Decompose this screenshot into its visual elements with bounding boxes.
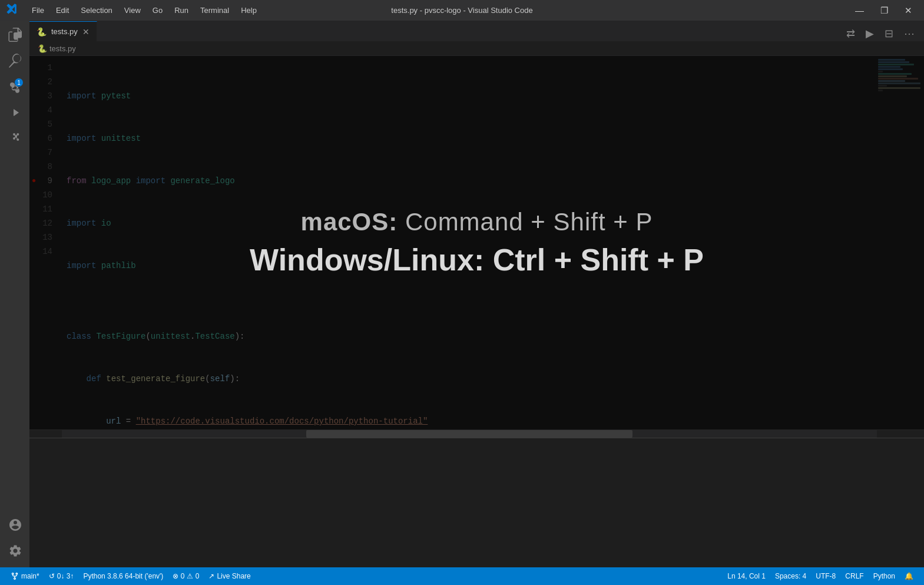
language-status[interactable]: Python	[869, 572, 900, 580]
main-layout: 1	[0, 21, 924, 567]
activity-bottom	[3, 513, 27, 567]
minimap	[877, 56, 924, 429]
code-line-5: import pathlib	[62, 259, 877, 273]
settings-icon[interactable]	[3, 539, 27, 563]
run-file-icon[interactable]: ▶	[862, 26, 877, 41]
liveshare-text: Live Share	[217, 572, 250, 580]
menu-terminal[interactable]: Terminal	[196, 5, 234, 16]
eol-status[interactable]: CRLF	[840, 572, 868, 580]
tab-close-button[interactable]: ✕	[82, 27, 90, 37]
titlebar: File Edit Selection View Go Run Terminal…	[0, 0, 924, 21]
explorer-icon[interactable]	[3, 23, 27, 47]
liveshare-status[interactable]: ↗ Live Share	[204, 567, 255, 585]
breadcrumb-filename[interactable]: tests.py	[49, 44, 76, 53]
tab-bar-actions: ⇄ ▶ ⊟ ⋯	[843, 26, 924, 41]
tab-tests-py[interactable]: 🐍 tests.py ✕	[29, 21, 97, 41]
code-editor[interactable]: 1 2 3 4 5 6 7 8 9 10 11 12 13 14 import …	[29, 56, 924, 429]
status-right: Ln 14, Col 1 Spaces: 4 UTF-8 CRLF Python…	[723, 572, 918, 580]
titlebar-title: tests.py - pvscc-logo - Visual Studio Co…	[391, 6, 532, 15]
ln-col-status[interactable]: Ln 14, Col 1	[723, 572, 770, 580]
code-line-7: class TestFigure(unittest.TestCase):	[62, 329, 877, 343]
run-debug-icon[interactable]	[3, 101, 27, 124]
editor-area: 🐍 tests.py ✕ ⇄ ▶ ⊟ ⋯ 🐍 tests.py 1 2 3 4	[29, 21, 924, 567]
eol-text: CRLF	[845, 572, 863, 580]
liveshare-icon: ↗	[208, 572, 214, 580]
compare-icon[interactable]: ⇄	[843, 26, 859, 41]
tab-bar: 🐍 tests.py ✕ ⇄ ▶ ⊟ ⋯	[29, 21, 924, 42]
branch-status[interactable]: main*	[6, 567, 44, 585]
language-text: Python	[873, 572, 895, 580]
menu-view[interactable]: View	[120, 5, 145, 16]
warnings-text: ⚠ 0	[187, 572, 199, 580]
menu-selection[interactable]: Selection	[76, 5, 117, 16]
vscode-logo-icon	[6, 3, 18, 18]
close-button[interactable]: ✕	[899, 3, 918, 18]
notification-icon: 🔔	[905, 572, 913, 580]
scrollbar-thumb[interactable]	[306, 430, 632, 438]
branch-name: main*	[21, 572, 39, 580]
activity-bar: 1	[0, 21, 29, 567]
sync-status[interactable]: ↺ 0↓ 3↑	[44, 567, 79, 585]
breadcrumb-file-icon: 🐍	[38, 44, 47, 53]
minimize-button[interactable]: —	[849, 3, 870, 18]
source-control-badge: 1	[15, 78, 23, 87]
horizontal-scrollbar[interactable]	[29, 429, 924, 438]
extensions-icon[interactable]	[3, 127, 27, 150]
maximize-button[interactable]: ❐	[875, 3, 894, 18]
code-content[interactable]: import pytest import unittest from logo_…	[62, 56, 877, 429]
ln-col-text: Ln 14, Col 1	[727, 572, 766, 580]
status-bar: main* ↺ 0↓ 3↑ Python 3.8.6 64-bit ('env'…	[0, 567, 924, 585]
minimap-content	[877, 56, 924, 94]
menu-edit[interactable]: Edit	[51, 5, 74, 16]
titlebar-left: File Edit Selection View Go Run Terminal…	[6, 3, 261, 18]
encoding-text: UTF-8	[816, 572, 836, 580]
code-line-3: from logo_app import generate_logo	[62, 174, 877, 188]
source-control-icon[interactable]: 1	[3, 75, 27, 98]
more-actions-icon[interactable]: ⋯	[900, 26, 918, 41]
menu-run[interactable]: Run	[170, 5, 193, 16]
code-line-8: def test_generate_figure(self):	[62, 372, 877, 386]
sync-icon: ↺	[49, 572, 55, 580]
breadcrumb: 🐍 tests.py	[29, 42, 924, 56]
code-line-9: url = "https://code.visualstudio.com/doc…	[62, 414, 877, 428]
menu-help[interactable]: Help	[236, 5, 261, 16]
python-env-text: Python 3.8.6 64-bit ('env')	[83, 572, 163, 580]
tab-label: tests.py	[51, 27, 78, 36]
menu-file[interactable]: File	[27, 5, 49, 16]
spaces-text: Spaces: 4	[775, 572, 806, 580]
spaces-status[interactable]: Spaces: 4	[770, 572, 811, 580]
search-icon[interactable]	[3, 49, 27, 72]
sync-text: 0↓ 3↑	[57, 572, 74, 580]
code-line-2: import unittest	[62, 131, 877, 146]
errors-text: ⊗ 0	[173, 572, 184, 580]
errors-status[interactable]: ⊗ 0 ⚠ 0	[168, 567, 204, 585]
code-line-1: import pytest	[62, 89, 877, 103]
python-env-status[interactable]: Python 3.8.6 64-bit ('env')	[78, 567, 168, 585]
code-line-4: import io	[62, 216, 877, 230]
encoding-status[interactable]: UTF-8	[811, 572, 840, 580]
scrollbar-track	[62, 430, 877, 438]
split-editor-icon[interactable]: ⊟	[881, 26, 897, 41]
account-icon[interactable]	[3, 513, 27, 537]
python-file-icon: 🐍	[37, 27, 47, 37]
notification-status[interactable]: 🔔	[900, 572, 918, 580]
terminal-panel	[29, 438, 924, 567]
line-numbers: 1 2 3 4 5 6 7 8 9 10 11 12 13 14	[29, 56, 62, 429]
titlebar-menu: File Edit Selection View Go Run Terminal…	[27, 5, 261, 16]
titlebar-controls: — ❐ ✕	[849, 3, 918, 18]
menu-go[interactable]: Go	[148, 5, 167, 16]
